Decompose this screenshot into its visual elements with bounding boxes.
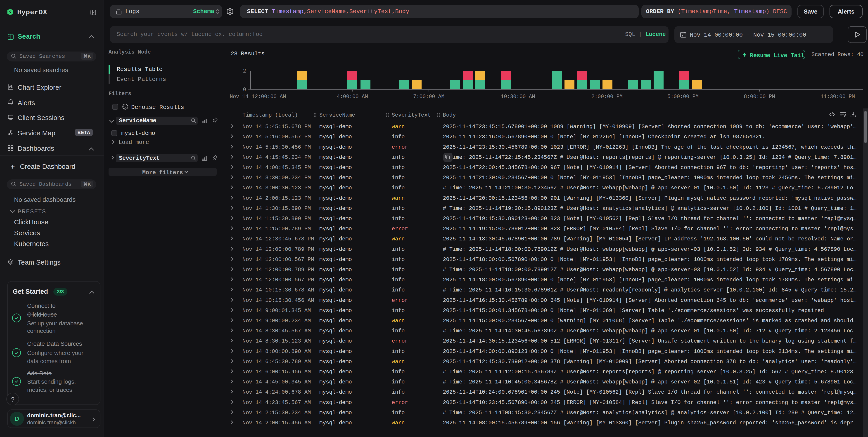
svg-text:7:00:00 AM: 7:00:00 AM bbox=[413, 94, 444, 99]
svg-text:8:00:00 PM: 8:00:00 PM bbox=[744, 94, 775, 99]
svg-text:5:00:00 PM: 5:00:00 PM bbox=[668, 94, 699, 99]
svg-text:10:30:00 AM: 10:30:00 AM bbox=[501, 94, 535, 99]
svg-text:2: 2 bbox=[243, 68, 246, 74]
svg-text:0: 0 bbox=[243, 87, 246, 93]
svg-text:11:30:00 PM: 11:30:00 PM bbox=[820, 94, 855, 99]
svg-text:4:00:00 AM: 4:00:00 AM bbox=[337, 94, 368, 99]
svg-text:Nov 14 12:00:00 AM: Nov 14 12:00:00 AM bbox=[230, 94, 286, 99]
svg-text:2:00:00 PM: 2:00:00 PM bbox=[591, 94, 623, 99]
